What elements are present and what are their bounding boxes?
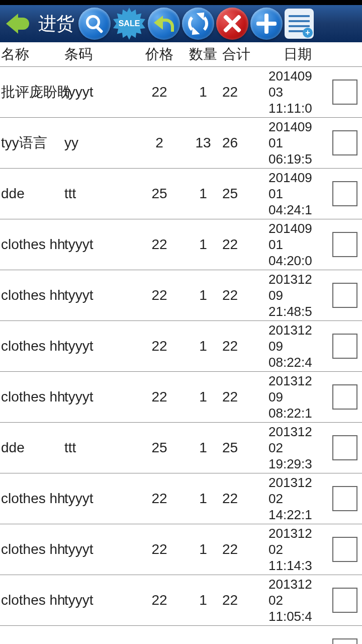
cell-name: clothes hh <box>0 287 64 303</box>
cell-price: 22 <box>135 236 184 253</box>
cell-price: 2 <box>135 135 184 151</box>
row-checkbox[interactable] <box>332 181 357 206</box>
doc-line-icon <box>289 15 310 17</box>
cell-date: 2014090104:24:1 <box>267 170 328 218</box>
row-checkbox[interactable] <box>332 79 357 105</box>
doc-plus-icon: + <box>303 28 313 38</box>
cell-name: clothes hh <box>0 541 64 557</box>
cell-code: tyyyt <box>64 287 135 303</box>
header-name: 名称 <box>0 45 64 64</box>
add-button[interactable] <box>250 8 283 40</box>
cell-price: 25 <box>135 186 184 202</box>
header-date: 日期 <box>267 45 328 64</box>
table-body: 批评庞盼盼tyyyt221222014090311:11:0tyy语言yy213… <box>0 66 362 644</box>
cell-name: clothes hh <box>0 491 64 507</box>
cell-qty: 1 <box>184 592 222 608</box>
table-row[interactable]: wgerwger2341234201311 <box>0 626 362 644</box>
cell-qty: 1 <box>184 186 222 202</box>
header-qty: 数量 <box>184 45 222 64</box>
toolbar: 进货 SALE + <box>0 5 362 42</box>
cell-name: tyy语言 <box>0 133 64 152</box>
cell-code: tyyyt <box>64 389 135 405</box>
cell-price: 25 <box>135 440 184 456</box>
cell-check <box>328 588 362 613</box>
undo-button[interactable] <box>148 8 180 40</box>
delete-button[interactable] <box>216 8 248 40</box>
cell-date: 2014090106:19:5 <box>267 119 328 167</box>
row-checkbox[interactable] <box>332 130 357 155</box>
table-row[interactable]: clothes hhtyyyt221222013120908:22:4 <box>0 321 362 372</box>
table-row[interactable]: clothes hhtyyyt221222013120908:22:1 <box>0 372 362 423</box>
table-row[interactable]: clothes hhtyyyt221222013120214:22:1 <box>0 473 362 524</box>
cell-check <box>328 486 362 511</box>
row-checkbox[interactable] <box>332 232 357 257</box>
cell-name: dde <box>0 186 64 202</box>
header-code: 条码 <box>64 45 135 64</box>
cell-price: 22 <box>135 541 184 557</box>
table-row[interactable]: ddettt251252014090104:24:1 <box>0 169 362 219</box>
cell-date: 2013120908:22:4 <box>267 322 328 370</box>
cell-qty: 1 <box>184 84 222 100</box>
cell-total: 22 <box>222 287 267 303</box>
cell-total: 25 <box>222 186 267 202</box>
header-total: 合计 <box>222 45 267 64</box>
table-row[interactable]: 批评庞盼盼tyyyt221222014090311:11:0 <box>0 67 362 118</box>
row-checkbox[interactable] <box>332 435 357 460</box>
sale-button[interactable]: SALE <box>113 7 146 40</box>
cell-check <box>328 232 362 257</box>
row-checkbox[interactable] <box>332 486 357 511</box>
cell-name: clothes hh <box>0 338 64 354</box>
plus-icon <box>256 14 277 34</box>
close-icon <box>222 14 242 34</box>
table-row[interactable]: clothes hhtyyyt221222014090104:20:0 <box>0 219 362 270</box>
table-row[interactable]: ddettt251252013120219:29:3 <box>0 423 362 473</box>
table-row[interactable]: clothes hhtyyyt221222013120921:48:5 <box>0 270 362 321</box>
cell-date: 2013120214:22:1 <box>267 474 328 523</box>
cell-price: 22 <box>135 338 184 354</box>
cell-code: yy <box>64 135 135 151</box>
undo-icon <box>154 16 174 32</box>
cell-check <box>328 537 362 562</box>
cell-total: 22 <box>222 236 267 253</box>
new-document-button[interactable]: + <box>285 9 314 39</box>
cell-date: 2014090311:11:0 <box>267 68 328 116</box>
row-checkbox[interactable] <box>332 334 357 359</box>
cell-price: 22 <box>135 592 184 608</box>
row-checkbox[interactable] <box>332 283 357 308</box>
doc-line-icon <box>289 25 310 27</box>
cell-date: 2013120211:05:4 <box>267 576 328 624</box>
page-title: 进货 <box>38 12 74 36</box>
cell-price: 22 <box>135 84 184 100</box>
cell-qty: 1 <box>184 491 222 507</box>
cell-date: 2013120921:48:5 <box>267 271 328 319</box>
cell-name: 批评庞盼盼 <box>0 83 64 102</box>
cell-qty: 1 <box>184 389 222 405</box>
cell-check <box>328 130 362 155</box>
cell-name: dde <box>0 440 64 456</box>
row-checkbox[interactable] <box>332 384 357 410</box>
table-row[interactable]: tyy语言yy213262014090106:19:5 <box>0 118 362 169</box>
cell-code: tyyyt <box>64 592 135 608</box>
search-button[interactable] <box>78 8 111 40</box>
cell-check <box>328 181 362 206</box>
back-button[interactable] <box>2 8 34 40</box>
cell-date: 2013120219:29:3 <box>267 424 328 472</box>
row-checkbox[interactable] <box>332 537 357 562</box>
row-checkbox[interactable] <box>332 638 357 644</box>
cell-total: 22 <box>222 84 267 100</box>
header-price: 价格 <box>135 45 184 64</box>
cell-check <box>328 435 362 460</box>
table-row[interactable]: clothes hhtyyyt221222013120211:14:3 <box>0 524 362 575</box>
cell-code: tyyyt <box>64 541 135 557</box>
cell-check <box>328 334 362 359</box>
cell-total: 26 <box>222 135 267 151</box>
row-checkbox[interactable] <box>332 588 357 613</box>
cell-name: clothes hh <box>0 389 64 405</box>
cell-qty: 1 <box>184 236 222 253</box>
table-row[interactable]: clothes hhtyyyt221222013120211:05:4 <box>0 575 362 626</box>
refresh-button[interactable] <box>182 8 214 40</box>
cell-code: tyyyt <box>64 491 135 507</box>
refresh-icon <box>188 14 208 34</box>
cell-date: 2014090104:20:0 <box>267 220 328 269</box>
cell-check <box>328 384 362 410</box>
